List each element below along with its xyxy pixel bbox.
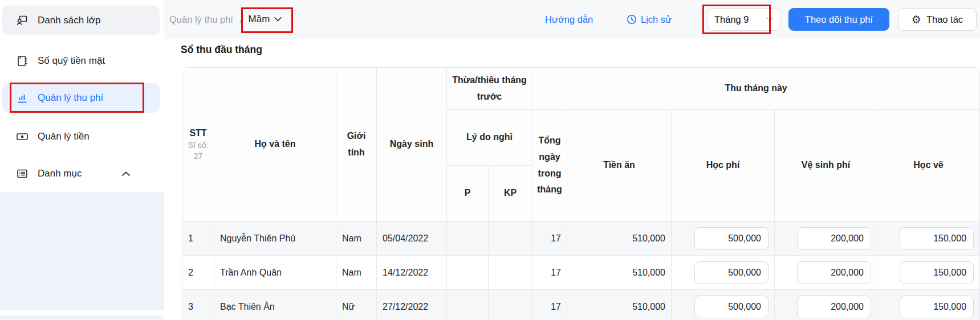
sidebar-item-cash-book[interactable]: Sổ quỹ tiền mặt [2,46,160,76]
track-fees-button[interactable]: Theo dõi thu phí [788,8,889,31]
tuition-fee-input[interactable]: 500,000 [694,261,768,284]
chevron-down-icon [274,17,282,22]
cell-total-days: 17 [532,256,567,290]
history-link-label: Lịch sử [641,14,672,25]
cell-p[interactable] [447,221,489,256]
cell-dob: 27/12/2022 [377,290,447,320]
sidebar-submenu: Vai trò Ngày nghỉ Khoản thu [0,192,164,310]
sidebar: Danh sách lớp Sổ quỹ tiền mặt [0,0,164,320]
actions-button[interactable]: ⚙ Thao tác [898,8,977,31]
table-row: 2 Trần Anh Quân Nam 14/12/2022 17 510,00… [182,256,980,290]
cell-kp[interactable] [489,290,532,320]
sidebar-item-fee-management[interactable]: Quản lý thu phí [2,83,160,113]
table-row: 1 Nguyễn Thiên Phú Nam 05/04/2022 17 510… [182,221,980,256]
col-header-sanitation-fee: Vệ sinh phí [775,110,877,221]
sidebar-item-label: Danh sách lớp [38,15,100,26]
banknote-icon [16,130,29,143]
cell-total-days: 17 [532,221,567,256]
breadcrumb-separator: / [240,14,243,25]
stt-label: STT [185,127,212,140]
cell-dob: 14/12/2022 [377,256,447,290]
sidebar-item-label: Quản lý thu phí [38,92,103,104]
tuition-fee-input[interactable]: 500,000 [694,296,768,318]
cell-stt: 1 [182,221,214,256]
col-header-kp: KP [489,166,532,221]
chevron-down-icon [766,17,774,22]
col-header-absence-reason: Lý do nghỉ [447,110,532,166]
main-content: Sổ thu đầu tháng STT Sĩ số: 27 Họ và [164,39,980,320]
col-header-stt: STT Sĩ số: 27 [182,68,214,221]
guide-link[interactable]: Hướng dẫn [545,0,593,39]
cell-meal-fee: 510,000 [567,221,672,256]
sanitation-fee-input[interactable]: 200,000 [797,261,871,284]
cell-name: Bạc Thiên Ân [214,290,336,320]
class-dropdown-value: Mầm [249,14,270,25]
col-header-total-days: Tổng ngày trong tháng [532,110,567,221]
col-header-dob: Ngày sinh [377,68,447,221]
cell-kp[interactable] [489,256,532,290]
history-link[interactable]: Lịch sử [627,0,672,39]
cell-meal-fee: 510,000 [567,290,672,320]
cell-p[interactable] [447,290,489,320]
guide-link-label: Hướng dẫn [545,14,593,25]
sanitation-fee-input[interactable]: 200,000 [797,296,871,318]
bar-chart-icon [16,92,29,104]
breadcrumb-parent: Quản lý thu phí [169,14,233,25]
drawing-fee-input[interactable]: 150,000 [900,227,974,250]
fee-table: STT Sĩ số: 27 Họ và tên Giới tính Ngày s… [182,67,980,320]
cell-name: Nguyễn Thiên Phú [214,221,336,256]
col-header-p: P [447,166,489,221]
sidebar-item-categories[interactable]: Danh mục [2,159,160,188]
month-select[interactable]: Tháng 9 [707,8,781,31]
list-icon [16,167,29,180]
track-fees-button-label: Theo dõi thu phí [805,14,873,25]
month-select-value: Tháng 9 [714,14,766,25]
col-header-this-month-group: Thu tháng này [532,68,980,110]
col-header-surplus-prev-month: Thừa/thiếu tháng trước [447,68,532,110]
drawing-fee-input[interactable]: 150,000 [900,296,974,318]
col-header-gender: Giới tính [336,68,377,221]
cell-stt: 2 [182,256,214,290]
class-list-icon [16,14,29,27]
topbar: Quản lý thu phí / Mầm Hướng dẫn Lịch sử … [164,0,980,39]
sidebar-item-label: Danh mục [38,168,82,179]
sidebar-item-money-management[interactable]: Quản lý tiền [2,122,160,151]
col-header-name: Họ và tên [214,68,336,221]
sidebar-item-class-list[interactable]: Danh sách lớp [2,6,160,35]
col-header-drawing-fee: Học vẽ [877,110,980,221]
breadcrumb: Quản lý thu phí / Mầm [169,0,282,39]
cell-gender: Nữ [336,290,377,320]
sidebar-item-label: Sổ quỹ tiền mặt [38,55,105,67]
sanitation-fee-input[interactable]: 200,000 [797,227,871,250]
actions-button-label: Thao tác [926,14,963,25]
cell-meal-fee: 510,000 [567,256,672,290]
col-header-meal-fee: Tiền ăn [567,110,672,221]
sidebar-item-label: Quản lý tiền [38,131,90,142]
sidebar-bottom-strip [0,315,164,320]
cash-book-icon [16,55,29,67]
cell-dob: 05/04/2022 [377,221,447,256]
chevron-up-icon [122,168,130,179]
class-size-value: 27 [185,151,212,162]
cell-kp[interactable] [489,221,532,256]
col-header-tuition-fee: Học phí [672,110,775,221]
cell-gender: Nam [336,256,377,290]
class-dropdown[interactable]: Mầm [249,14,282,25]
tuition-fee-input[interactable]: 500,000 [694,227,768,250]
app-window: Danh sách lớp Sổ quỹ tiền mặt [0,0,980,320]
drawing-fee-input[interactable]: 150,000 [900,261,974,284]
cell-gender: Nam [336,221,377,256]
clock-history-icon [627,14,637,24]
cell-stt: 3 [182,290,214,320]
table-row: 3 Bạc Thiên Ân Nữ 27/12/2022 17 510,000 … [182,290,980,320]
cell-p[interactable] [447,256,489,290]
fee-table-container: STT Sĩ số: 27 Họ và tên Giới tính Ngày s… [182,67,980,320]
page-title: Sổ thu đầu tháng [181,44,262,56]
cell-total-days: 17 [532,290,567,320]
cell-name: Trần Anh Quân [214,256,336,290]
class-size-label: Sĩ số: [185,140,212,151]
gear-icon: ⚙ [912,14,921,25]
